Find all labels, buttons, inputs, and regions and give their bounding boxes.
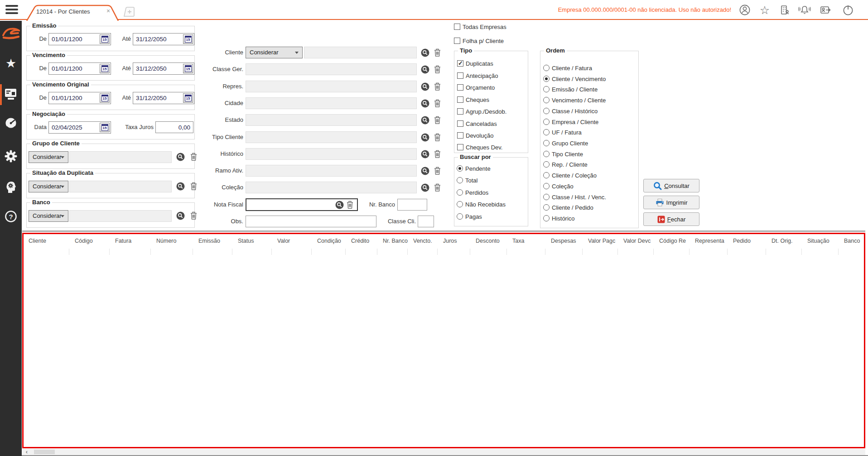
ordem-uf-fatura-radio[interactable] [543, 129, 550, 135]
grid-col-numero[interactable]: Número [156, 238, 176, 244]
favorites-star-icon[interactable]: ☆ [758, 4, 771, 16]
ordem-classe-historico-radio[interactable] [543, 108, 550, 114]
situacao-duplicata-combo[interactable]: Considerar [29, 181, 68, 192]
settings-gear-icon[interactable] [0, 148, 22, 164]
grid-col-credito[interactable]: Crédito [351, 238, 369, 244]
help-icon[interactable]: ? [0, 208, 22, 225]
tipo-cheques-dev-checkbox[interactable] [457, 144, 463, 150]
cliente-clear-button[interactable] [434, 48, 441, 57]
emissao-de-input[interactable]: 15 [48, 33, 111, 45]
user-icon[interactable] [738, 4, 751, 16]
banco-combo[interactable]: Considerar [29, 210, 68, 222]
repres-search-button[interactable] [421, 82, 429, 91]
app-logo-icon[interactable] [0, 25, 22, 42]
ordem-historico-radio[interactable] [543, 215, 550, 221]
cidade-clear-button[interactable] [434, 99, 441, 107]
ordem-grupo-cliente-radio[interactable] [543, 140, 550, 146]
vencimento-de-input[interactable]: 15 [48, 62, 111, 75]
grid-col-codigo[interactable]: Código [75, 238, 93, 244]
grid-col-codigo-rep[interactable]: Código Re [659, 238, 686, 244]
negociacao-data-calendar-button[interactable]: 15 [100, 123, 110, 132]
vencimento-original-de-calendar-button[interactable]: 15 [100, 93, 110, 103]
nr-banco-input[interactable] [397, 199, 427, 211]
scrollbar-thumb[interactable] [34, 450, 55, 454]
tipo-duplicatas-checkbox[interactable] [457, 60, 463, 67]
grid-col-vencto[interactable]: Vencto. [413, 238, 432, 244]
tipo-devolucao-checkbox[interactable] [457, 132, 463, 139]
classe-ger-clear-button[interactable] [434, 65, 441, 73]
grid-col-fatura[interactable]: Fatura [115, 238, 131, 244]
obs-input[interactable] [246, 216, 376, 227]
ordem-cliente-vencimento-radio[interactable] [543, 76, 550, 82]
imprimir-button[interactable]: Imprimir [643, 196, 699, 209]
grid-col-taxa[interactable]: Taxa [512, 238, 524, 244]
cliente-combo[interactable]: Considerar [246, 47, 303, 58]
favorites-star-sidebar-icon[interactable]: ★ [0, 55, 22, 72]
ordem-rep-cliente-radio[interactable] [543, 161, 550, 168]
ordem-cliente-colecao-radio[interactable] [543, 172, 550, 178]
ordem-empresa-cliente-radio[interactable] [543, 119, 550, 125]
grid-col-representante[interactable]: Representa [695, 238, 724, 244]
buscar-pagas-radio[interactable] [457, 213, 463, 220]
historico-clear-button[interactable] [434, 150, 441, 158]
horizontal-scrollbar[interactable]: ‹ [22, 449, 865, 455]
terminal-module-icon[interactable] [0, 86, 22, 102]
ordem-emissao-cliente-radio[interactable] [543, 86, 550, 92]
scroll-left-arrow[interactable]: ‹ [23, 449, 30, 455]
grupo-cliente-combo[interactable]: Considerar [29, 151, 68, 163]
buscar-total-radio[interactable] [457, 177, 463, 183]
grid-col-despesas[interactable]: Despesas [551, 238, 576, 244]
buscar-perdidos-radio[interactable] [457, 189, 463, 196]
fechar-button[interactable]: Fechar [643, 212, 699, 226]
tipo-antecipacao-checkbox[interactable] [457, 72, 463, 79]
historico-search-button[interactable] [421, 150, 429, 158]
vencimento-de-calendar-button[interactable]: 15 [100, 64, 110, 73]
session-switch-icon[interactable] [819, 4, 832, 16]
nota-fiscal-search-button[interactable] [335, 201, 344, 209]
folha-cliente-checkbox[interactable] [454, 38, 460, 44]
grid-col-desconto[interactable]: Desconto [476, 238, 500, 244]
grid-col-dt-orig[interactable]: Dt. Orig. [772, 238, 793, 244]
grid-col-banco[interactable]: Banco [844, 238, 860, 244]
emissao-de-calendar-button[interactable]: 15 [100, 34, 110, 44]
tipo-cliente-clear-button[interactable] [434, 133, 441, 141]
tab-close-icon[interactable]: × [106, 7, 110, 14]
notifications-bell-icon[interactable] [798, 4, 811, 16]
ordem-classe-hist-venc-radio[interactable] [543, 194, 550, 200]
cliente-search-button[interactable] [421, 48, 429, 57]
hamburger-menu-icon[interactable] [5, 5, 18, 15]
grid-col-valor-dev[interactable]: Valor Devc [623, 238, 651, 244]
cidade-search-button[interactable] [421, 99, 429, 108]
tipo-orcamento-checkbox[interactable] [457, 84, 463, 91]
colecao-clear-button[interactable] [434, 183, 441, 192]
grid-col-emissao[interactable]: Emissão [198, 238, 220, 244]
new-tab-icon[interactable] [122, 6, 135, 17]
estado-search-button[interactable] [421, 116, 429, 125]
grid-col-juros[interactable]: Juros [443, 238, 457, 244]
classe-cli-input[interactable] [418, 216, 434, 227]
ordem-tipo-cliente-radio[interactable] [543, 151, 550, 157]
consultar-button[interactable]: Consultar [643, 179, 699, 192]
estado-clear-button[interactable] [434, 116, 441, 124]
classe-ger-search-button[interactable] [421, 65, 429, 74]
vencimento-original-de-input[interactable]: 15 [48, 92, 111, 104]
ordem-cliente-pedido-radio[interactable] [543, 204, 550, 211]
grid-col-pedido[interactable]: Pedido [733, 238, 751, 244]
buscar-nao-recebidas-radio[interactable] [457, 201, 463, 207]
buscar-pendente-radio[interactable] [457, 165, 463, 172]
repres-clear-button[interactable] [434, 82, 441, 91]
nota-fiscal-clear-button[interactable] [347, 201, 353, 209]
tipo-cheques-checkbox[interactable] [457, 96, 463, 103]
ordem-colecao-radio[interactable] [543, 183, 550, 189]
tab-title[interactable]: 12014 - Por Clientes [36, 8, 90, 15]
grid-col-valor-pago[interactable]: Valor Pagc [588, 238, 615, 244]
power-icon[interactable] [842, 4, 854, 16]
company-building-icon[interactable] [778, 4, 791, 16]
todas-empresas-checkbox[interactable] [454, 24, 460, 30]
grid-col-condicao[interactable]: Condição [317, 238, 341, 244]
grid-col-nr-banco[interactable]: Nr. Banco [383, 238, 408, 244]
tipo-cliente-search-button[interactable] [421, 133, 429, 142]
tipo-canceladas-checkbox[interactable] [457, 120, 463, 127]
tipo-agrup-desdob-checkbox[interactable] [457, 108, 463, 115]
emissao-ate-input[interactable]: 15 [133, 33, 194, 45]
